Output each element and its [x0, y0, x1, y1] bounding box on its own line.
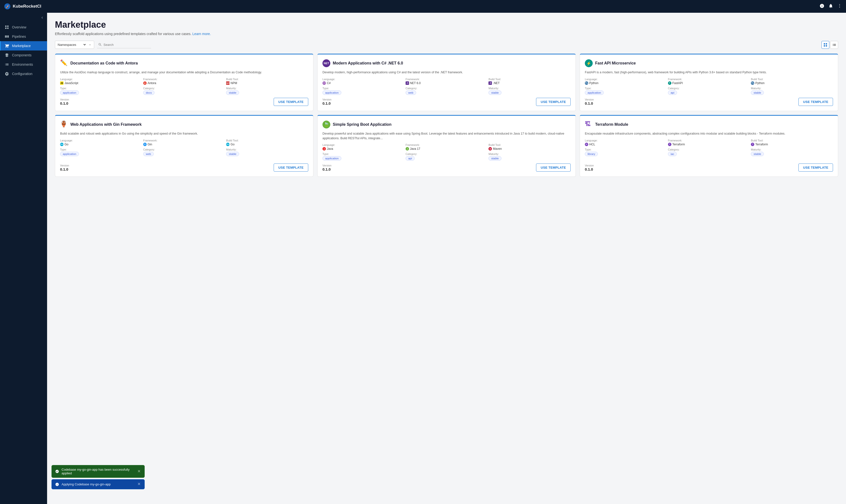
topnav-actions [820, 3, 842, 9]
search-input[interactable] [104, 43, 145, 47]
use-template-button[interactable]: USE TEMPLATE [536, 98, 571, 106]
card-header: 🍃 Simple Spring Boot Application [322, 121, 571, 128]
learn-more-link[interactable]: Learn more. [193, 32, 211, 36]
sidebar-item-environments[interactable]: Environments [0, 60, 47, 69]
sidebar-item-pipelines[interactable]: Pipelines [0, 32, 47, 41]
card-meta: Language: JSJavaScript Framework: ▲Antor… [60, 78, 308, 95]
toast-success-close[interactable] [137, 469, 141, 474]
namespace-select[interactable]: Namespaces [55, 41, 94, 49]
card-terraform: 🏗 Terraform Module Encapsulate reusable … [580, 115, 838, 177]
card-dotnet: NET Modern Applications with C# .NET 6.0… [317, 54, 576, 111]
card-header: ✏️ Documentation as Code with Antora [60, 59, 308, 67]
card-icon: 🍃 [322, 121, 330, 128]
app-name: KubeRocketCI [13, 4, 41, 9]
sidebar-label-configuration: Configuration [12, 72, 32, 76]
card-desc: Develop powerful and scalable Java appli… [322, 131, 571, 141]
card-title: Fast API Microservice [595, 61, 636, 66]
card-desc: Encapsulate reusable infrastructure comp… [585, 131, 833, 136]
bell-icon[interactable] [828, 3, 833, 9]
svg-rect-13 [826, 43, 827, 44]
toast-success: Codebase my-go-gin-app has been successf… [52, 465, 145, 478]
use-template-button[interactable]: USE TEMPLATE [536, 163, 571, 172]
sidebar-label-environments: Environments [12, 62, 33, 67]
card-header: NET Modern Applications with C# .NET 6.0 [322, 59, 571, 67]
card-icon: ⚡ [585, 59, 593, 67]
card-header: ⚡ Fast API Microservice [585, 59, 833, 67]
card-desc: FastAPI is a modern, fast (high-performa… [585, 70, 833, 75]
card-meta: Language: HHCL Framework: TTerraform Bui… [585, 139, 833, 156]
card-title: Web Applications with Gin Framework [70, 122, 142, 127]
sidebar-label-marketplace: Marketplace [12, 44, 31, 48]
sidebar-item-overview[interactable]: Overview [0, 22, 47, 32]
info-icon[interactable] [820, 3, 824, 9]
use-template-button[interactable]: USE TEMPLATE [798, 163, 833, 172]
svg-rect-8 [7, 28, 8, 29]
sidebar-label-pipelines: Pipelines [12, 35, 26, 38]
card-footer: Version 0.1.0 USE TEMPLATE [585, 98, 833, 106]
info-icon [55, 482, 59, 486]
framework-icon: .N [406, 82, 409, 85]
sidebar-item-components[interactable]: Components [0, 51, 47, 60]
framework-icon: ▲ [143, 82, 147, 85]
toast-info-message: Applying Codebase my-go-gin-app [61, 482, 111, 486]
card-icon: NET [322, 59, 330, 67]
page-subtitle: Effortlessly scaffold applications using… [55, 32, 838, 36]
toast-info: Applying Codebase my-go-gin-app [52, 479, 145, 489]
lang-icon: JS [60, 82, 64, 85]
chevron-down-icon [89, 43, 91, 46]
lang-icon: J [322, 147, 326, 150]
card-meta: Language: JJava Framework: JJava 17 Buil… [322, 143, 571, 161]
card-desc: Utilize the AsciiDoc markup language to … [60, 70, 308, 75]
toast-container: Codebase my-go-gin-app has been successf… [52, 465, 145, 489]
sidebar-item-marketplace[interactable]: Marketplace [0, 41, 47, 51]
check-circle-icon [55, 469, 59, 473]
buildtool-icon: Py [751, 82, 754, 85]
buildtool-icon: Go [226, 143, 230, 146]
lang-icon: Py [585, 82, 588, 85]
card-header: 🏗 Terraform Module [585, 121, 833, 128]
card-icon: ✏️ [60, 59, 68, 67]
sidebar-item-configuration[interactable]: Configuration [0, 69, 47, 78]
topnav: 🚀 KubeRocketCI [0, 0, 846, 13]
card-icon: 🏺 [60, 121, 68, 128]
card-desc: Develop modern, high-performance applica… [322, 70, 571, 75]
svg-rect-5 [5, 25, 6, 27]
svg-point-4 [840, 7, 840, 8]
use-template-button[interactable]: USE TEMPLATE [274, 98, 308, 106]
use-template-button[interactable]: USE TEMPLATE [274, 163, 308, 172]
card-spring: 🍃 Simple Spring Boot Application Develop… [317, 115, 576, 177]
main-content: Marketplace Effortlessly scaffold applic… [47, 13, 846, 504]
framework-icon: G [143, 143, 147, 146]
app-logo[interactable]: 🚀 KubeRocketCI [4, 3, 820, 10]
toast-info-close[interactable] [137, 482, 141, 487]
card-footer: Version 0.1.0 USE TEMPLATE [60, 98, 308, 106]
buildtool-icon: .N [488, 82, 492, 85]
card-gin: 🏺 Web Applications with Gin Framework Bu… [55, 115, 313, 177]
namespace-label: Namespaces [58, 43, 76, 47]
framework-icon: J [406, 147, 409, 150]
card-footer: Version 0.1.0 USE TEMPLATE [585, 163, 833, 172]
search-box [97, 41, 151, 48]
buildtool-icon: M [488, 147, 492, 150]
card-footer: Version 0.1.0 USE TEMPLATE [322, 163, 571, 172]
sidebar-collapse-btn[interactable] [0, 15, 47, 22]
list-view-btn[interactable] [830, 41, 838, 49]
use-template-button[interactable]: USE TEMPLATE [798, 98, 833, 106]
namespace-dropdown[interactable] [78, 43, 87, 47]
sidebar-label-components: Components [12, 53, 31, 57]
card-fastapi: ⚡ Fast API Microservice FastAPI is a mod… [580, 54, 838, 111]
svg-rect-15 [826, 45, 827, 46]
card-header: 🏺 Web Applications with Gin Framework [60, 121, 308, 128]
svg-rect-10 [6, 36, 7, 38]
card-title: Simple Spring Boot Application [333, 122, 391, 127]
grid-view-btn[interactable] [822, 41, 829, 49]
svg-rect-14 [824, 45, 825, 46]
lang-icon: Go [60, 143, 64, 146]
card-meta: Language: PyPython Framework: FFastAPI B… [585, 78, 833, 95]
menu-icon[interactable] [837, 3, 842, 9]
card-meta: Language: C#C# Framework: .NNET 6.0 Buil… [322, 78, 571, 95]
card-title: Terraform Module [595, 122, 628, 127]
framework-icon: T [668, 143, 671, 146]
cards-grid: ✏️ Documentation as Code with Antora Uti… [55, 54, 838, 177]
svg-rect-7 [5, 28, 6, 29]
